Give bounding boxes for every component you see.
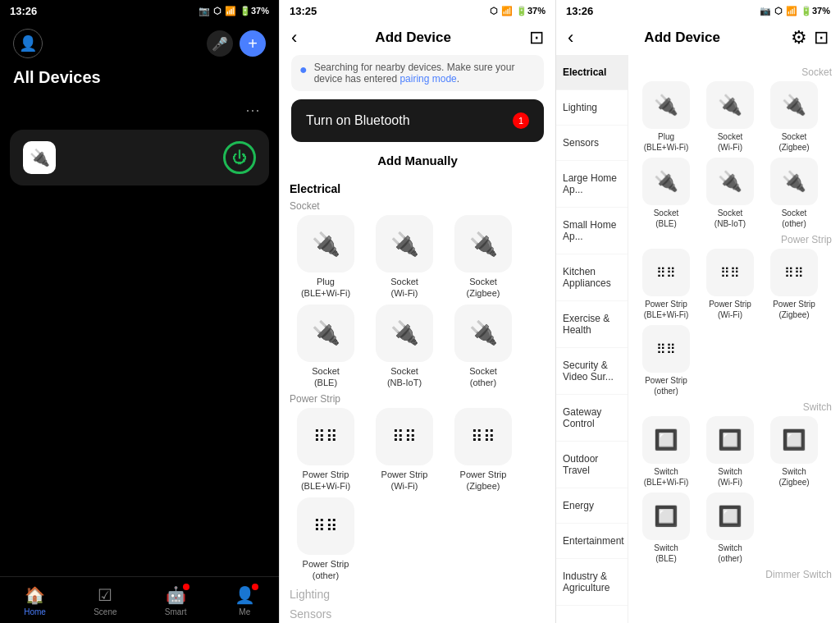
- r-ps-other-icon: ⠿⠿: [642, 325, 690, 373]
- ps-wifi-icon: ⠿⠿: [376, 408, 433, 465]
- r-sw-ble-label: Switch(BLE): [654, 543, 678, 564]
- ps-zigbee-label: Power Strip(Zigbee): [460, 469, 507, 492]
- r-socket-wifi[interactable]: 🔌 Socket(Wi-Fi): [701, 81, 760, 153]
- nav-large-home[interactable]: Large Home Ap...: [556, 161, 628, 208]
- r-sub-dimmer: Dimmer Switch: [637, 569, 832, 580]
- r-ps-ble-wifi[interactable]: ⠿⠿ Power Strip(BLE+Wi-Fi): [637, 249, 696, 320]
- bt-badge: 1: [513, 112, 529, 129]
- pairing-mode-link[interactable]: pairing mode: [399, 73, 456, 85]
- nav-lighting[interactable]: Lighting: [556, 90, 628, 126]
- nav-outdoor[interactable]: Outdoor Travel: [556, 442, 628, 488]
- device-card[interactable]: 🔌 ⏻: [10, 130, 269, 186]
- device-ps-ble-wifi[interactable]: ⠿⠿ Power Strip(BLE+Wi-Fi): [290, 408, 362, 492]
- nav-kitchen[interactable]: Kitchen Appliances: [556, 254, 628, 301]
- r-ps-zigbee[interactable]: ⠿⠿ Power Strip(Zigbee): [765, 249, 824, 320]
- bt-icon-3: ⬡: [774, 6, 783, 16]
- socket-wifi-icon: 🔌: [376, 215, 433, 273]
- nav-electrical[interactable]: Electrical: [556, 55, 628, 90]
- menu-row: ⋯: [0, 97, 279, 130]
- device-plug-ble-wifi[interactable]: 🔌 Plug(BLE+Wi-Fi): [290, 215, 362, 300]
- r-ps-wifi-label: Power Strip(Wi-Fi): [709, 299, 751, 320]
- r-plug-ble-wifi[interactable]: 🔌 Plug(BLE+Wi-Fi): [637, 81, 696, 153]
- devices-header: 👤 🎤 +: [0, 22, 279, 68]
- nav-exercise[interactable]: Exercise & Health: [556, 301, 628, 348]
- camera-icon-3: 📷: [760, 6, 771, 16]
- r-plug-ble-wifi-label: Plug(BLE+Wi-Fi): [644, 131, 689, 153]
- socket-wifi-label: Socket(Wi-Fi): [390, 276, 418, 300]
- nav-home-label: Home: [24, 607, 46, 616]
- power-icon: ⏻: [232, 149, 247, 167]
- add-device-button[interactable]: +: [240, 30, 266, 57]
- nav-sensors[interactable]: Sensors: [556, 126, 628, 161]
- r-sw-ble[interactable]: 🔲 Switch(BLE): [637, 492, 696, 564]
- nav-entertainment[interactable]: Entertainment: [556, 524, 628, 559]
- device-socket-wifi[interactable]: 🔌 Socket(Wi-Fi): [368, 215, 441, 300]
- sub-power-strip: Power Strip: [290, 393, 546, 405]
- all-devices-title: All Devices: [0, 68, 279, 97]
- ps-other-label: Power Strip(other): [303, 558, 349, 582]
- r-socket-nbiot[interactable]: 🔌 Socket(NB-IoT): [701, 158, 760, 229]
- nav-scene[interactable]: ☑ Scene: [94, 585, 116, 616]
- device-ps-zigbee[interactable]: ⠿⠿ Power Strip(Zigbee): [447, 408, 519, 492]
- more-menu-button[interactable]: ⋯: [240, 97, 266, 123]
- panel-all-devices: 13:26 📷 ⬡ 📶 🔋37% 👤 🎤 + All Devices ⋯ 🔌 ⏻…: [0, 0, 279, 623]
- r-ps-wifi[interactable]: ⠿⠿ Power Strip(Wi-Fi): [701, 249, 760, 320]
- devices-header-icons: 🎤 +: [207, 30, 266, 57]
- left-nav: Electrical Lighting Sensors Large Home A…: [556, 55, 628, 623]
- nav-industry[interactable]: Industry & Agriculture: [556, 559, 628, 606]
- nav-energy[interactable]: Energy: [556, 488, 628, 524]
- nav-small-home[interactable]: Small Home Ap...: [556, 208, 628, 254]
- socket-zigbee-label: Socket(Zigbee): [467, 276, 500, 300]
- bt-icon-2: ⬡: [490, 6, 498, 16]
- power-button[interactable]: ⏻: [223, 141, 256, 174]
- device-ps-other[interactable]: ⠿⠿ Power Strip(other): [290, 497, 362, 582]
- device-socket-ble[interactable]: 🔌 Socket(BLE): [290, 305, 362, 389]
- fullscreen-button[interactable]: ⊡: [814, 27, 829, 48]
- back-button-2[interactable]: ‹: [291, 27, 297, 48]
- device-socket-other[interactable]: 🔌 Socket(other): [447, 305, 519, 389]
- nav-me[interactable]: 👤 Me: [235, 585, 255, 616]
- r-socket-nbiot-icon: 🔌: [706, 158, 754, 205]
- device-ps-wifi[interactable]: ⠿⠿ Power Strip(Wi-Fi): [368, 408, 441, 492]
- r-socket-other[interactable]: 🔌 Socket(other): [765, 158, 824, 229]
- scan-button[interactable]: ⊡: [529, 27, 544, 48]
- wifi-icon-3: 📶: [786, 6, 797, 16]
- device-socket-zigbee[interactable]: 🔌 Socket(Zigbee): [447, 215, 519, 300]
- r-sw-other[interactable]: 🔲 Switch(other): [701, 492, 760, 564]
- r-socket-ble-icon: 🔌: [642, 158, 690, 205]
- r-socket-ble-label: Socket(BLE): [654, 208, 679, 229]
- r-sw-other-icon: 🔲: [706, 492, 754, 540]
- cat-lighting: Lighting: [290, 588, 546, 601]
- plug-ble-wifi-label: Plug(BLE+Wi-Fi): [301, 276, 350, 300]
- nav-security[interactable]: Security & Video Sur...: [556, 348, 628, 395]
- camera-icon: 📷: [199, 6, 210, 16]
- power-strip-grid-1: ⠿⠿ Power Strip(BLE+Wi-Fi) ⠿⠿ Power Strip…: [290, 408, 546, 492]
- device-socket-nbiot[interactable]: 🔌 Socket(NB-IoT): [368, 305, 441, 389]
- scroll-content: Electrical Socket 🔌 Plug(BLE+Wi-Fi) 🔌 So…: [280, 176, 555, 623]
- settings-button[interactable]: ⚙: [791, 27, 807, 48]
- status-icons-3: 📷 ⬡ 📶 🔋37%: [760, 6, 830, 16]
- r-socket-ble[interactable]: 🔌 Socket(BLE): [637, 158, 696, 229]
- bluetooth-button[interactable]: Turn on Bluetooth 1: [291, 99, 544, 142]
- r-sw-zigbee[interactable]: 🔲 Switch(Zigbee): [765, 416, 824, 488]
- r-socket-zigbee[interactable]: 🔌 Socket(Zigbee): [765, 81, 824, 153]
- nav-home[interactable]: 🏠 Home: [24, 585, 46, 616]
- cat-sensors: Sensors: [290, 607, 546, 621]
- nav-scene-label: Scene: [94, 607, 116, 616]
- power-strip-grid-2: ⠿⠿ Power Strip(other): [290, 497, 546, 582]
- socket-other-label: Socket(other): [469, 365, 497, 389]
- r-ps-other[interactable]: ⠿⠿ Power Strip(other): [637, 325, 696, 396]
- avatar[interactable]: 👤: [13, 29, 43, 58]
- r-plug-ble-wifi-icon: 🔌: [642, 81, 690, 129]
- mic-button[interactable]: 🎤: [207, 30, 233, 57]
- r-socket-wifi-icon: 🔌: [706, 81, 754, 129]
- r-sw-ble-wifi[interactable]: 🔲 Switch(BLE+Wi-Fi): [637, 416, 696, 488]
- nav-smart[interactable]: 🤖 Smart: [165, 585, 187, 616]
- r-sw-wifi[interactable]: 🔲 Switch(Wi-Fi): [701, 416, 760, 488]
- r-sw-zigbee-icon: 🔲: [770, 416, 818, 464]
- back-button-3[interactable]: ‹: [568, 27, 573, 48]
- nav-gateway[interactable]: Gateway Control: [556, 395, 628, 442]
- time-3: 13:26: [566, 5, 593, 17]
- r-sw-ble-wifi-label: Switch(BLE+Wi-Fi): [644, 466, 689, 488]
- right-content: Socket 🔌 Plug(BLE+Wi-Fi) 🔌 Socket(Wi-Fi)…: [628, 55, 840, 623]
